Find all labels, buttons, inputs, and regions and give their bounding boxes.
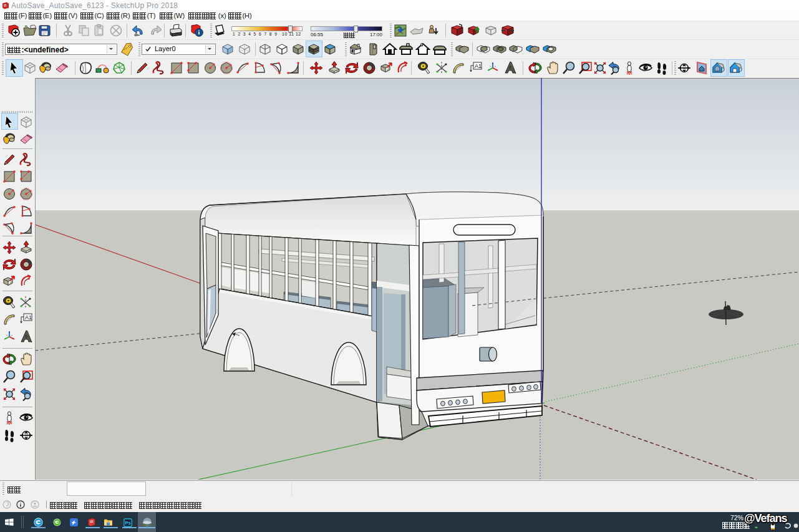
svg-text:Ps: Ps xyxy=(125,520,130,526)
